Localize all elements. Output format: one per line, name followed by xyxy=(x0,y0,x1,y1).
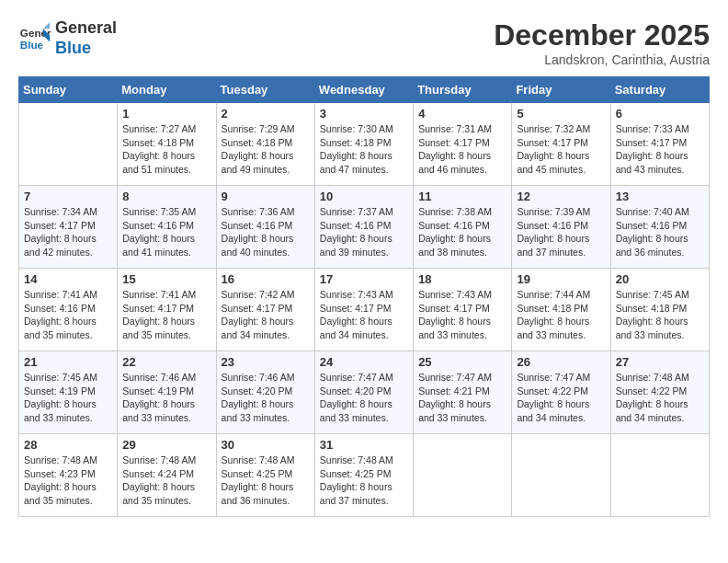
day-info: Sunrise: 7:37 AMSunset: 4:16 PMDaylight:… xyxy=(320,205,408,259)
day-number: 23 xyxy=(222,355,310,369)
day-number: 7 xyxy=(24,190,112,203)
calendar-cell: 6Sunrise: 7:33 AMSunset: 4:17 PMDaylight… xyxy=(610,103,709,186)
day-info: Sunrise: 7:42 AMSunset: 4:17 PMDaylight:… xyxy=(222,288,310,342)
week-row-3: 21Sunrise: 7:45 AMSunset: 4:19 PMDayligh… xyxy=(19,351,710,434)
calendar-cell: 26Sunrise: 7:47 AMSunset: 4:22 PMDayligh… xyxy=(512,351,610,434)
day-number: 4 xyxy=(418,107,506,121)
day-info: Sunrise: 7:43 AMSunset: 4:17 PMDaylight:… xyxy=(418,288,506,342)
calendar-cell: 11Sunrise: 7:38 AMSunset: 4:16 PMDayligh… xyxy=(414,186,512,269)
day-number: 27 xyxy=(616,355,704,369)
weekday-header-row: SundayMondayTuesdayWednesdayThursdayFrid… xyxy=(19,77,710,103)
day-info: Sunrise: 7:33 AMSunset: 4:17 PMDaylight:… xyxy=(616,122,704,177)
day-number: 25 xyxy=(418,355,506,369)
day-info: Sunrise: 7:27 AMSunset: 4:18 PMDaylight:… xyxy=(122,122,210,177)
day-info: Sunrise: 7:31 AMSunset: 4:17 PMDaylight:… xyxy=(418,122,506,177)
calendar-cell: 30Sunrise: 7:48 AMSunset: 4:25 PMDayligh… xyxy=(216,434,314,517)
svg-marker-3 xyxy=(43,22,50,29)
day-info: Sunrise: 7:48 AMSunset: 4:25 PMDaylight:… xyxy=(320,454,408,508)
weekday-header-saturday: Saturday xyxy=(610,77,709,103)
day-info: Sunrise: 7:47 AMSunset: 4:22 PMDaylight:… xyxy=(517,371,605,425)
weekday-header-tuesday: Tuesday xyxy=(216,77,314,103)
day-info: Sunrise: 7:48 AMSunset: 4:23 PMDaylight:… xyxy=(24,454,112,508)
calendar-cell: 17Sunrise: 7:43 AMSunset: 4:17 PMDayligh… xyxy=(314,269,413,351)
day-number: 19 xyxy=(517,272,605,286)
calendar-cell: 1Sunrise: 7:27 AMSunset: 4:18 PMDaylight… xyxy=(118,103,216,186)
day-info: Sunrise: 7:34 AMSunset: 4:17 PMDaylight:… xyxy=(24,205,112,259)
calendar-cell: 28Sunrise: 7:48 AMSunset: 4:23 PMDayligh… xyxy=(19,434,118,517)
calendar-cell: 22Sunrise: 7:46 AMSunset: 4:19 PMDayligh… xyxy=(118,351,216,434)
day-info: Sunrise: 7:45 AMSunset: 4:19 PMDaylight:… xyxy=(24,371,112,425)
day-info: Sunrise: 7:44 AMSunset: 4:18 PMDaylight:… xyxy=(517,288,605,342)
day-info: Sunrise: 7:30 AMSunset: 4:18 PMDaylight:… xyxy=(320,122,408,177)
calendar-cell: 18Sunrise: 7:43 AMSunset: 4:17 PMDayligh… xyxy=(414,269,512,351)
day-number: 26 xyxy=(517,355,605,369)
day-number: 31 xyxy=(320,438,408,452)
day-number: 24 xyxy=(320,355,408,369)
logo: General Blue General Blue xyxy=(18,18,117,58)
day-number: 21 xyxy=(24,355,112,369)
day-number: 15 xyxy=(122,272,210,286)
day-number: 29 xyxy=(122,438,210,452)
day-number: 12 xyxy=(517,190,605,203)
day-number: 1 xyxy=(122,107,210,121)
day-info: Sunrise: 7:47 AMSunset: 4:20 PMDaylight:… xyxy=(320,371,408,425)
day-number: 8 xyxy=(122,190,210,203)
day-number: 22 xyxy=(122,355,210,369)
calendar-cell: 7Sunrise: 7:34 AMSunset: 4:17 PMDaylight… xyxy=(19,186,118,269)
calendar-cell: 12Sunrise: 7:39 AMSunset: 4:16 PMDayligh… xyxy=(512,186,610,269)
week-row-1: 7Sunrise: 7:34 AMSunset: 4:17 PMDaylight… xyxy=(19,186,710,269)
calendar-cell: 15Sunrise: 7:41 AMSunset: 4:17 PMDayligh… xyxy=(118,269,216,351)
day-info: Sunrise: 7:29 AMSunset: 4:18 PMDaylight:… xyxy=(222,122,310,177)
weekday-header-thursday: Thursday xyxy=(414,77,512,103)
day-number: 18 xyxy=(418,272,506,286)
calendar-cell: 14Sunrise: 7:41 AMSunset: 4:16 PMDayligh… xyxy=(19,269,118,351)
calendar-cell: 21Sunrise: 7:45 AMSunset: 4:19 PMDayligh… xyxy=(19,351,118,434)
week-row-4: 28Sunrise: 7:48 AMSunset: 4:23 PMDayligh… xyxy=(19,434,710,517)
day-number: 30 xyxy=(222,438,310,452)
logo-blue: Blue xyxy=(55,39,117,59)
calendar-cell: 25Sunrise: 7:47 AMSunset: 4:21 PMDayligh… xyxy=(414,351,512,434)
day-info: Sunrise: 7:32 AMSunset: 4:17 PMDaylight:… xyxy=(517,122,605,177)
day-number: 2 xyxy=(222,107,310,121)
day-info: Sunrise: 7:43 AMSunset: 4:17 PMDaylight:… xyxy=(320,288,408,342)
calendar-table: SundayMondayTuesdayWednesdayThursdayFrid… xyxy=(18,76,710,517)
day-number: 16 xyxy=(222,272,310,286)
calendar-cell: 2Sunrise: 7:29 AMSunset: 4:18 PMDaylight… xyxy=(216,103,314,186)
day-info: Sunrise: 7:36 AMSunset: 4:16 PMDaylight:… xyxy=(222,205,310,259)
logo-icon: General Blue xyxy=(18,22,51,55)
calendar-cell: 10Sunrise: 7:37 AMSunset: 4:16 PMDayligh… xyxy=(314,186,413,269)
calendar-cell: 16Sunrise: 7:42 AMSunset: 4:17 PMDayligh… xyxy=(216,269,314,351)
calendar-cell: 13Sunrise: 7:40 AMSunset: 4:16 PMDayligh… xyxy=(610,186,709,269)
day-number: 5 xyxy=(517,107,605,121)
calendar-cell: 9Sunrise: 7:36 AMSunset: 4:16 PMDaylight… xyxy=(216,186,314,269)
day-number: 6 xyxy=(616,107,704,121)
weekday-header-wednesday: Wednesday xyxy=(314,77,413,103)
calendar-cell: 20Sunrise: 7:45 AMSunset: 4:18 PMDayligh… xyxy=(610,269,709,351)
calendar-cell: 3Sunrise: 7:30 AMSunset: 4:18 PMDaylight… xyxy=(314,103,413,186)
logo-general: General xyxy=(55,18,117,39)
month-title: December 2025 xyxy=(494,18,710,52)
day-number: 14 xyxy=(24,272,112,286)
day-info: Sunrise: 7:46 AMSunset: 4:19 PMDaylight:… xyxy=(122,371,210,425)
calendar-cell xyxy=(512,434,610,517)
calendar-cell xyxy=(414,434,512,517)
day-info: Sunrise: 7:41 AMSunset: 4:17 PMDaylight:… xyxy=(122,288,210,342)
day-info: Sunrise: 7:45 AMSunset: 4:18 PMDaylight:… xyxy=(616,288,704,342)
day-info: Sunrise: 7:48 AMSunset: 4:22 PMDaylight:… xyxy=(616,371,704,425)
calendar-cell: 5Sunrise: 7:32 AMSunset: 4:17 PMDaylight… xyxy=(512,103,610,186)
week-row-0: 1Sunrise: 7:27 AMSunset: 4:18 PMDaylight… xyxy=(19,103,710,186)
week-row-2: 14Sunrise: 7:41 AMSunset: 4:16 PMDayligh… xyxy=(19,269,710,351)
day-number: 17 xyxy=(320,272,408,286)
calendar-cell: 24Sunrise: 7:47 AMSunset: 4:20 PMDayligh… xyxy=(314,351,413,434)
calendar-cell: 27Sunrise: 7:48 AMSunset: 4:22 PMDayligh… xyxy=(610,351,709,434)
weekday-header-monday: Monday xyxy=(118,77,216,103)
day-info: Sunrise: 7:40 AMSunset: 4:16 PMDaylight:… xyxy=(616,205,704,259)
calendar-cell xyxy=(610,434,709,517)
calendar-cell xyxy=(19,103,118,186)
day-number: 11 xyxy=(418,190,506,203)
day-number: 3 xyxy=(320,107,408,121)
day-info: Sunrise: 7:46 AMSunset: 4:20 PMDaylight:… xyxy=(222,371,310,425)
calendar-cell: 8Sunrise: 7:35 AMSunset: 4:16 PMDaylight… xyxy=(118,186,216,269)
location-title: Landskron, Carinthia, Austria xyxy=(494,52,710,67)
calendar-body: 1Sunrise: 7:27 AMSunset: 4:18 PMDaylight… xyxy=(19,103,710,517)
